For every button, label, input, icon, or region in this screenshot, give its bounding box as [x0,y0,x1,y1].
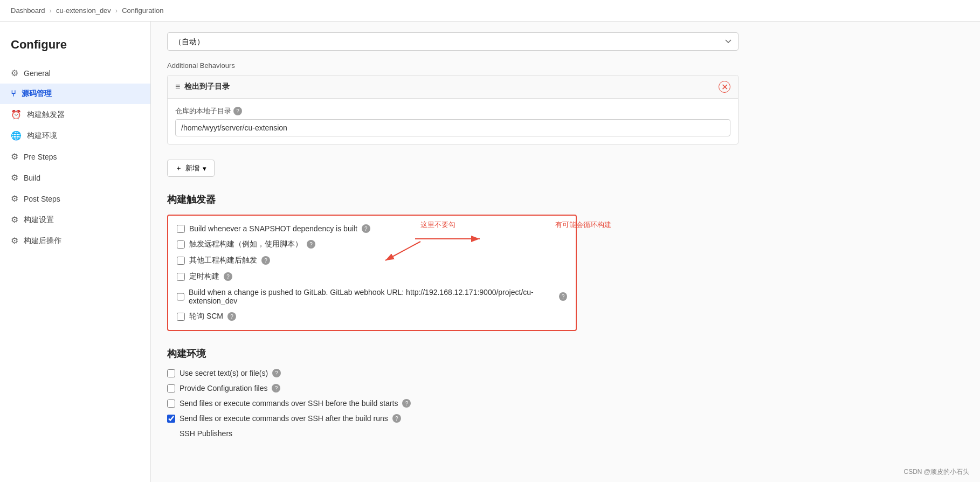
scm-icon: ⑂ [11,89,16,99]
env-help-icon-0[interactable]: ? [272,369,281,377]
sidebar-item-label: 构建环境 [27,131,57,141]
sidebar-item-label: 构建后操作 [24,236,61,246]
env-checkbox-ssh-after: Send files or execute commands over SSH … [167,414,964,423]
checkbox-timer-input[interactable] [177,273,185,281]
field-label: 仓库的本地子目录 ? [175,106,730,116]
trigger-section: Build whenever a SNAPSHOT dependency is … [167,215,577,331]
dropdown-row: （自动） [167,32,964,51]
add-icon: ＋ [175,163,182,173]
sidebar-item-label: Pre Steps [24,153,57,161]
help-icon-0[interactable]: ? [362,224,370,233]
checkbox-other: 其他工程构建后触发 ? [177,256,567,265]
gear-icon-build: ⚙ [11,173,18,183]
scm-card-body: 仓库的本地子目录 ? [168,99,738,144]
breadcrumb-sep1: › [50,6,52,15]
env-checkbox-config: Provide Configuration files ? [167,384,964,393]
checkbox-scm-poll: 轮询 SCM ? [177,312,567,321]
topbar: Dashboard › cu-extension_dev › Configura… [0,0,980,22]
clock-icon: ⏰ [11,109,22,120]
env-checkbox-ssh-before-label: Send files or execute commands over SSH … [180,399,398,408]
sidebar-item-label: 构建设置 [24,215,54,225]
layout: Configure ⚙ General ⑂ 源码管理 ⏰ 构建触发器 🌐 构建环… [0,22,980,482]
sidebar-title: Configure [0,32,150,63]
help-icon-3[interactable]: ? [224,272,232,281]
sidebar: Configure ⚙ General ⑂ 源码管理 ⏰ 构建触发器 🌐 构建环… [0,22,151,482]
checkbox-timer: 定时构建 ? [177,272,567,281]
checkbox-scm-poll-label: 轮询 SCM [189,312,223,321]
env-checkbox-ssh-after-input[interactable] [167,415,175,423]
sidebar-item-poststeps[interactable]: ⚙ Post Steps [0,188,150,209]
dropdown-arrow-icon: ▾ [203,164,206,173]
checkbox-snapshot-label: Build whenever a SNAPSHOT dependency is … [189,224,357,233]
env-checkbox-secret-label: Use secret text(s) or file(s) [180,369,268,377]
additional-behaviours-label: Additional Behaviours [167,61,964,70]
sidebar-item-presteps[interactable]: ⚙ Pre Steps [0,146,150,167]
drag-handle-icon: ≡ [175,82,180,92]
trigger-wrapper: Build whenever a SNAPSHOT dependency is … [167,215,964,331]
breadcrumb-sep2: › [115,6,118,15]
env-checkbox-secret: Use secret text(s) or file(s) ? [167,369,964,377]
env-ssh-publishers-label: SSH Publishers [180,429,232,438]
breadcrumb-project[interactable]: cu-extension_dev [56,6,111,15]
env-checkbox-ssh-before-input[interactable] [167,400,175,408]
gear-icon-postbuild: ⚙ [11,236,18,246]
env-checkbox-ssh-before: Send files or execute commands over SSH … [167,399,964,408]
add-button-label: 新增 [185,163,199,173]
auto-dropdown[interactable]: （自动） [167,32,739,51]
gear-icon-pre: ⚙ [11,152,18,162]
breadcrumb-dashboard[interactable]: Dashboard [11,6,45,15]
sidebar-item-label: General [24,69,51,78]
checkbox-gitlab-input[interactable] [177,293,184,301]
environment-section-title: 构建环境 [167,347,964,360]
breadcrumb-current: Configuration [122,6,163,15]
scm-card-header: ≡ 检出到子目录 ✕ [168,75,738,99]
help-icon-4[interactable]: ? [559,292,567,301]
env-checkbox-config-input[interactable] [167,384,175,393]
sidebar-item-label: Build [24,174,40,182]
env-checkbox-secret-input[interactable] [167,369,175,377]
checkbox-snapshot: Build whenever a SNAPSHOT dependency is … [177,224,567,233]
scm-card-close-button[interactable]: ✕ [719,81,730,93]
sidebar-item-postbuild[interactable]: ⚙ 构建后操作 [0,230,150,251]
scm-card-header-left: ≡ 检出到子目录 [175,82,230,92]
environment-section: Use secret text(s) or file(s) ? Provide … [167,369,964,438]
checkbox-remote-input[interactable] [177,240,185,249]
checkbox-gitlab-label: Build when a change is pushed to GitLab.… [189,288,555,305]
sidebar-item-label: Post Steps [24,195,60,203]
help-icon-5[interactable]: ? [227,312,236,321]
field-help-icon[interactable]: ? [233,107,242,115]
footer-credit: CSDN @顽皮的小石头 [903,467,969,477]
sidebar-item-label: 源码管理 [22,89,52,99]
env-help-icon-3[interactable]: ? [392,414,401,423]
checkbox-other-label: 其他工程构建后触发 [189,256,257,265]
main-content: （自动） Additional Behaviours ≡ 检出到子目录 ✕ 仓库… [151,22,980,482]
sidebar-item-triggers[interactable]: ⏰ 构建触发器 [0,104,150,125]
sidebar-item-settings[interactable]: ⚙ 构建设置 [0,209,150,230]
checkbox-remote-label: 触发远程构建（例如，使用脚本） [189,239,302,249]
env-checkbox-config-label: Provide Configuration files [180,384,267,393]
globe-icon: 🌐 [11,130,22,141]
help-icon-1[interactable]: ? [307,240,315,249]
gear-icon-settings: ⚙ [11,215,18,225]
scm-card-title: 检出到子目录 [184,82,230,92]
env-help-icon-2[interactable]: ? [402,399,411,408]
sidebar-item-label: 构建触发器 [27,110,65,120]
scm-card: ≡ 检出到子目录 ✕ 仓库的本地子目录 ? [167,75,739,144]
checkbox-timer-label: 定时构建 [189,272,219,281]
env-help-icon-1[interactable]: ? [272,384,280,393]
sidebar-item-scm[interactable]: ⑂ 源码管理 [0,84,150,104]
checkbox-other-input[interactable] [177,257,185,265]
triggers-section-title: 构建触发器 [167,193,964,206]
checkbox-snapshot-input[interactable] [177,225,185,233]
checkbox-remote: 触发远程构建（例如，使用脚本） ? [177,239,567,249]
sidebar-item-general[interactable]: ⚙ General [0,63,150,84]
help-icon-2[interactable]: ? [261,256,270,265]
add-button[interactable]: ＋ 新增 ▾ [167,160,215,177]
gear-icon: ⚙ [11,68,18,78]
gear-icon-post: ⚙ [11,194,18,204]
sidebar-item-build[interactable]: ⚙ Build [0,167,150,188]
checkbox-scm-poll-input[interactable] [177,313,185,321]
sidebar-item-environment[interactable]: 🌐 构建环境 [0,125,150,146]
env-checkbox-ssh-after-label: Send files or execute commands over SSH … [180,414,388,423]
local-subdirectory-input[interactable] [175,119,730,136]
